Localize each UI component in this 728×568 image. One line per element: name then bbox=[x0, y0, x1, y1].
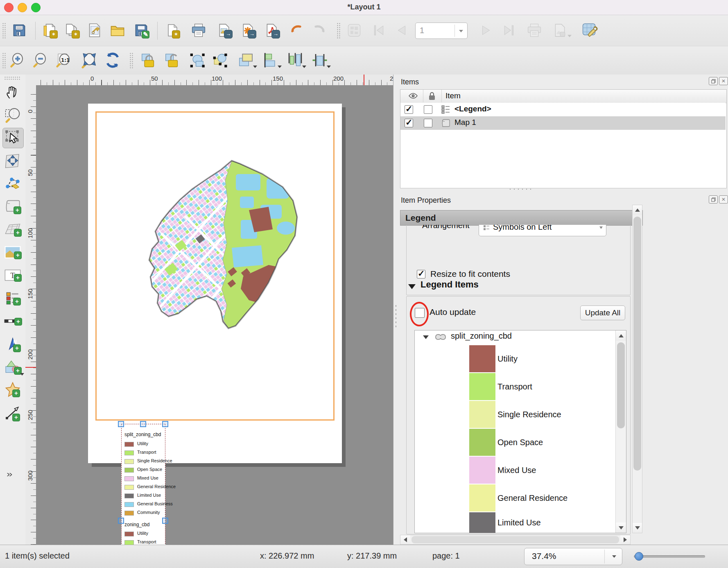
close-panel-icon[interactable]: ✕ bbox=[719, 195, 728, 204]
layout-canvas[interactable]: split_zoning_cbd Utility Transport Singl… bbox=[36, 85, 393, 545]
page-number-dropdown-icon[interactable] bbox=[459, 30, 463, 32]
export-svg-button[interactable]: → bbox=[237, 20, 258, 41]
resize-to-fit-checkbox[interactable] bbox=[417, 270, 425, 278]
edit-nodes-tool[interactable] bbox=[2, 174, 23, 193]
atlas-settings-button[interactable] bbox=[580, 20, 600, 41]
tree-item-label[interactable]: General Residence bbox=[497, 493, 567, 503]
table-row[interactable]: Map 1 bbox=[400, 116, 726, 130]
last-feature-button[interactable] bbox=[499, 20, 519, 41]
scrollbar-thumb[interactable] bbox=[617, 342, 625, 428]
redo-button[interactable] bbox=[310, 20, 330, 41]
export-pdf-button[interactable]: → bbox=[261, 20, 282, 41]
move-content-tool[interactable] bbox=[2, 151, 23, 170]
tree-swatch[interactable] bbox=[469, 401, 495, 428]
add-label-tool[interactable]: T+ bbox=[2, 265, 23, 285]
tree-item-label[interactable]: Open Space bbox=[497, 438, 543, 447]
toolbar-grip[interactable] bbox=[129, 52, 133, 69]
add-picture-tool[interactable]: + bbox=[2, 242, 23, 262]
tree-item-label[interactable]: Transport bbox=[497, 382, 532, 391]
selection-handle[interactable] bbox=[162, 518, 168, 524]
zoom-level-combobox[interactable]: 37.4% bbox=[524, 548, 622, 565]
properties-hscrollbar[interactable] bbox=[400, 535, 631, 545]
save-project-button[interactable] bbox=[9, 20, 29, 41]
scrollbar-thumb[interactable] bbox=[633, 217, 641, 471]
layout-manager-button[interactable] bbox=[84, 20, 105, 41]
export-atlas-button[interactable] bbox=[547, 20, 572, 41]
invert-selection-button[interactable] bbox=[210, 50, 230, 70]
zoom-slider-track[interactable] bbox=[634, 555, 705, 558]
select-all-button[interactable] bbox=[187, 50, 207, 70]
scrollbar-thumb[interactable] bbox=[411, 536, 619, 543]
lock-checkbox[interactable] bbox=[424, 105, 432, 114]
add-items-from-template-button[interactable] bbox=[107, 20, 128, 41]
float-panel-icon[interactable] bbox=[709, 195, 718, 204]
zoom-slider-handle[interactable] bbox=[635, 552, 643, 561]
zoom-actual-button[interactable]: 1:1 bbox=[53, 50, 74, 70]
update-all-button[interactable]: Update All bbox=[580, 305, 625, 320]
toolbox-grip[interactable] bbox=[4, 76, 20, 80]
table-row[interactable]: <Legend> bbox=[400, 103, 726, 117]
tree-item-label[interactable]: Utility bbox=[497, 354, 518, 364]
tree-swatch[interactable] bbox=[469, 429, 495, 456]
zoom-in-button[interactable] bbox=[7, 50, 28, 70]
next-feature-button[interactable] bbox=[476, 20, 496, 41]
tree-scrollbar[interactable] bbox=[615, 330, 626, 533]
add-map-tool[interactable]: + bbox=[2, 197, 23, 216]
raise-items-button[interactable] bbox=[234, 50, 258, 70]
scroll-down-arrow[interactable] bbox=[616, 523, 626, 533]
print-atlas-button[interactable] bbox=[524, 20, 545, 41]
refresh-button[interactable] bbox=[102, 50, 123, 70]
add-3d-map-tool[interactable]: + bbox=[2, 220, 23, 239]
add-shape-tool[interactable]: + bbox=[2, 357, 23, 377]
scroll-right-arrow[interactable] bbox=[620, 535, 630, 544]
toolbar-grip[interactable] bbox=[2, 23, 6, 39]
zoom-full-button[interactable] bbox=[79, 50, 99, 70]
close-panel-icon[interactable]: ✕ bbox=[719, 77, 728, 85]
tree-swatch[interactable] bbox=[469, 345, 495, 372]
arrangement-select[interactable]: Symbols on Left bbox=[479, 225, 606, 236]
print-button[interactable] bbox=[188, 20, 209, 41]
group-expander-icon[interactable] bbox=[423, 335, 429, 339]
add-scalebar-tool[interactable]: + bbox=[2, 311, 23, 331]
add-arrow-tool[interactable]: + bbox=[2, 403, 23, 423]
undo-button[interactable] bbox=[286, 20, 306, 41]
scroll-left-arrow[interactable] bbox=[400, 535, 410, 544]
add-pages-button[interactable]: ✶ bbox=[162, 20, 183, 41]
zoom-tool[interactable] bbox=[2, 105, 23, 124]
distribute-items-button[interactable] bbox=[283, 50, 307, 70]
duplicate-layout-button[interactable]: ✶ bbox=[61, 20, 82, 41]
add-north-arrow-tool[interactable]: N+ bbox=[2, 334, 23, 354]
selection-handle[interactable] bbox=[118, 518, 124, 524]
map-item[interactable] bbox=[97, 113, 333, 419]
zoom-dropdown-icon[interactable] bbox=[612, 555, 616, 558]
page-number-input[interactable]: 1 bbox=[415, 23, 468, 39]
properties-scrollbar[interactable] bbox=[632, 205, 642, 533]
selection-handle[interactable] bbox=[118, 421, 124, 427]
tree-swatch[interactable] bbox=[469, 484, 495, 511]
first-feature-button[interactable] bbox=[369, 20, 389, 41]
add-legend-tool[interactable]: + bbox=[2, 288, 23, 308]
toolbar-grip[interactable] bbox=[337, 23, 341, 39]
tree-swatch[interactable] bbox=[469, 373, 495, 400]
scroll-up-arrow[interactable] bbox=[616, 330, 626, 341]
legend-items-collapse-icon[interactable] bbox=[408, 284, 416, 289]
select-move-tool[interactable] bbox=[2, 128, 24, 148]
tree-item-label[interactable]: Mixed Use bbox=[497, 466, 536, 475]
tree-swatch[interactable] bbox=[469, 457, 495, 484]
unlock-all-button[interactable] bbox=[162, 50, 183, 70]
resize-items-button[interactable] bbox=[308, 50, 332, 70]
scroll-down-arrow[interactable] bbox=[633, 523, 642, 533]
scroll-up-arrow[interactable] bbox=[633, 205, 642, 215]
panel-splitter-handle[interactable] bbox=[394, 304, 398, 328]
selection-handle[interactable] bbox=[162, 421, 168, 427]
selection-handle[interactable] bbox=[140, 421, 146, 427]
new-layout-button[interactable]: ✶ bbox=[39, 20, 60, 41]
export-image-button[interactable]: → bbox=[214, 20, 234, 41]
tree-item-label[interactable]: Limited Use bbox=[497, 518, 541, 527]
add-marker-tool[interactable]: + bbox=[2, 380, 23, 400]
toolbox-overflow-button[interactable]: » bbox=[7, 469, 11, 479]
pan-tool[interactable] bbox=[2, 82, 23, 102]
toolbar-grip[interactable] bbox=[2, 52, 6, 69]
visibility-checkbox[interactable] bbox=[405, 105, 413, 114]
tree-item-label[interactable]: Single Residence bbox=[497, 410, 561, 419]
